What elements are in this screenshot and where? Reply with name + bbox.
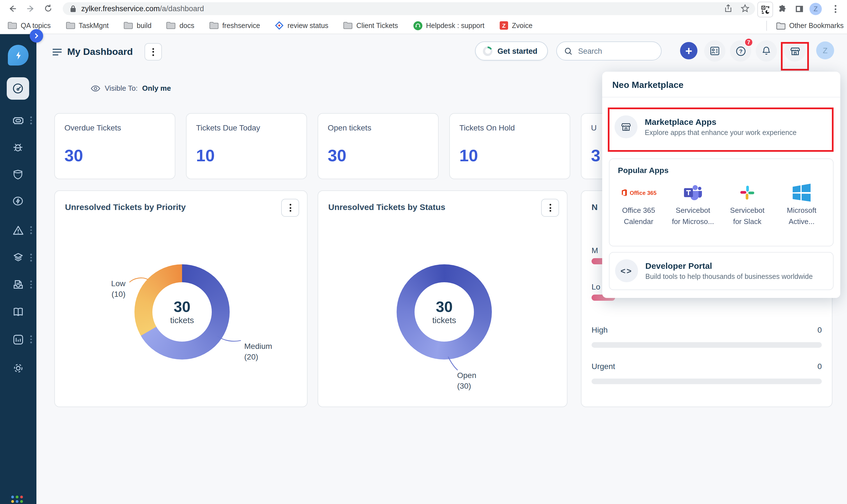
url-host: zylker.freshservice.com: [81, 4, 160, 13]
marketplace-apps-item[interactable]: Marketplace Apps Explore apps that enhan…: [615, 115, 827, 138]
bar-label-high: High: [592, 325, 608, 334]
chart-kebab-button[interactable]: [281, 199, 299, 217]
notifications-button[interactable]: [756, 40, 777, 61]
folder-icon: [8, 22, 17, 29]
get-started-button[interactable]: Get started: [475, 41, 548, 60]
browser-profile-initial: Z: [814, 5, 818, 13]
tickets-kebab-icon[interactable]: [30, 116, 32, 124]
helpdesk-icon: [413, 21, 422, 30]
folder-icon: [124, 22, 133, 29]
app-sidebar: [0, 34, 36, 504]
slice-label-low: Low(10): [92, 278, 125, 300]
developer-portal-section[interactable]: <> Developer Portal Build tools to help …: [609, 252, 833, 290]
metric-card-due-today[interactable]: Tickets Due Today 10: [186, 113, 307, 179]
app-tile-servicebot-slack[interactable]: Servicebot for Slack: [720, 180, 774, 227]
slice-label-medium: Medium(20): [244, 341, 272, 362]
layers-icon: [12, 251, 24, 264]
help-badge: 7: [744, 37, 754, 47]
new-item-button[interactable]: +: [680, 42, 698, 59]
sidebar-item-assets[interactable]: [7, 273, 29, 296]
svg-text:Z: Z: [502, 22, 506, 29]
lock-icon: [70, 5, 76, 12]
storefront-icon: [615, 115, 637, 138]
office365-icon: Office 365: [621, 180, 656, 205]
sidebar-item-problems[interactable]: [7, 136, 29, 159]
reload-icon[interactable]: [41, 2, 55, 15]
contact-list-icon: [709, 46, 720, 57]
sidebar-item-releases[interactable]: [7, 163, 29, 185]
forward-icon[interactable]: [23, 2, 37, 15]
metric-card-open[interactable]: Open tickets 30: [318, 113, 439, 179]
sidebar-item-admin[interactable]: [7, 357, 29, 379]
extensions-puzzle-icon[interactable]: [775, 2, 789, 16]
sidebar-item-dashboard[interactable]: [7, 77, 29, 100]
screen: zylker.freshservice.com/a/dashboard Z QA…: [0, 0, 847, 504]
bookmark-qa-topics[interactable]: QA topics: [8, 21, 51, 30]
bookmark-build[interactable]: build: [124, 21, 152, 30]
developer-portal-item[interactable]: <> Developer Portal Build tools to help …: [615, 259, 828, 282]
alerts-kebab-icon[interactable]: [30, 226, 32, 234]
bookmark-taskmgnt[interactable]: TaskMgnt: [66, 21, 109, 30]
bar-label-urgent: Urgent: [592, 362, 615, 371]
app-tile-office365-calendar[interactable]: Office 365 Office 365 Calendar: [612, 180, 666, 227]
bookmarks-bar: QA topics TaskMgnt build docs freshservi…: [0, 17, 847, 34]
sidebar-item-tickets[interactable]: [7, 109, 29, 131]
metric-card-on-hold[interactable]: Tickets On Hold 10: [449, 113, 570, 179]
neo-marketplace-panel: Neo Marketplace Marketplace Apps Explore…: [602, 72, 840, 298]
bookmarks-divider: [766, 21, 766, 31]
bar-chart-icon: [12, 333, 24, 346]
bookmark-helpdesk-support[interactable]: Helpdesk : support: [413, 21, 484, 30]
chart-kebab-button[interactable]: [541, 199, 559, 217]
other-bookmarks[interactable]: Other Bookmarks: [766, 17, 844, 34]
search-input[interactable]: [577, 46, 652, 56]
bookmark-client-tickets[interactable]: Client Tickets: [343, 21, 398, 30]
assets-kebab-icon[interactable]: [30, 281, 32, 288]
bookmark-review-status[interactable]: review status: [275, 21, 328, 30]
bookmark-docs[interactable]: docs: [167, 21, 194, 30]
sidebar-expand-button[interactable]: [30, 29, 43, 42]
page-title: My Dashboard: [67, 47, 133, 58]
bar-label-fragment-m: M: [592, 246, 598, 255]
shield-icon: [12, 168, 24, 180]
help-button[interactable]: ? 7: [730, 40, 751, 61]
app-switcher-icon[interactable]: [11, 496, 25, 504]
app-tile-servicebot-teams[interactable]: Servicebot for Microso...: [666, 180, 720, 227]
search-box[interactable]: [556, 41, 661, 60]
bookmark-zvoice[interactable]: Z Zvoice: [500, 21, 533, 30]
freshservice-logo[interactable]: [8, 45, 29, 66]
bar-track-high: [592, 342, 822, 348]
browser-menu-kebab-icon[interactable]: [828, 2, 843, 16]
sidebar-item-alerts[interactable]: [7, 219, 29, 241]
chart-title: Unresolved Tickets by Status: [328, 202, 445, 212]
app-tile-microsoft-active[interactable]: Microsoft Active...: [775, 180, 829, 227]
sidebar-item-analytics[interactable]: [7, 328, 29, 350]
address-bar[interactable]: zylker.freshservice.com/a/dashboard: [63, 2, 755, 15]
agent-switch-button[interactable]: [704, 40, 725, 61]
share-icon[interactable]: [724, 4, 733, 13]
zvoice-icon: Z: [500, 21, 508, 30]
dashboard-kebab-button[interactable]: [144, 43, 162, 60]
folder-icon: [776, 22, 785, 30]
folder-icon: [66, 22, 75, 29]
sidebar-item-changes[interactable]: [7, 190, 29, 212]
ticket-icon: [12, 114, 24, 127]
popular-apps-section: Popular Apps Office 365 Office 365 Calen…: [609, 159, 833, 247]
donut-center: 30 tickets: [152, 282, 212, 342]
browser-profile-avatar[interactable]: Z: [810, 3, 822, 15]
side-panel-icon[interactable]: [792, 2, 807, 16]
bookmark-star-icon[interactable]: [741, 4, 749, 13]
bolt-circle-icon: [12, 195, 24, 207]
visibility-value[interactable]: Only me: [142, 84, 171, 92]
sidebar-item-solutions[interactable]: [7, 301, 29, 323]
analytics-kebab-icon[interactable]: [30, 336, 32, 343]
back-icon[interactable]: [5, 2, 19, 15]
metric-card-overdue[interactable]: Overdue Tickets 30: [54, 113, 175, 179]
qr-extension-icon[interactable]: [757, 2, 773, 17]
sidebar-item-services[interactable]: [7, 247, 29, 269]
user-avatar[interactable]: Z: [816, 41, 834, 59]
dashboard-list-icon[interactable]: [52, 48, 62, 56]
services-kebab-icon[interactable]: [30, 254, 32, 261]
low-callout-line: [129, 275, 149, 284]
url-path: /a/dashboard: [160, 4, 204, 13]
bookmark-freshservice[interactable]: freshservice: [210, 21, 260, 30]
